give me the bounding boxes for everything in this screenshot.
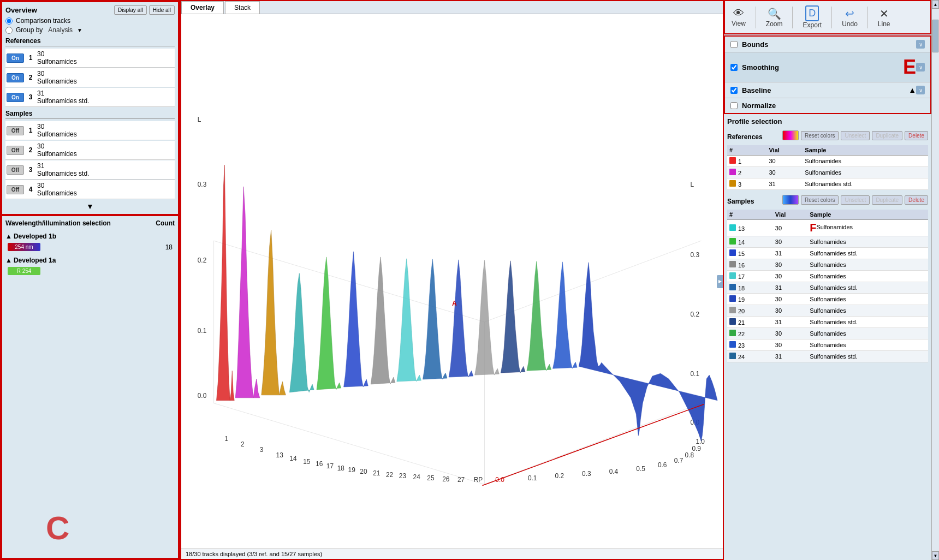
table-row[interactable]: 3 31 Sulfonamides std. [727, 178, 928, 190]
zoom-icon: 🔍 [768, 7, 781, 20]
table-row[interactable]: 18 31 Sulfonamides std. [727, 282, 928, 294]
export-button[interactable]: D Export [799, 4, 825, 30]
table-row: Off 4 30Sulfonamides [5, 180, 175, 199]
sample-toggle-4[interactable]: Off [7, 185, 24, 194]
references-list: On 1 30Sulfonamides On 2 30Sulfonamides … [5, 49, 175, 108]
svg-text:L: L [198, 116, 201, 123]
table-row[interactable]: 24 31 Sulfonamides std. [727, 351, 928, 362]
ref-toggle-3[interactable]: On [7, 93, 24, 102]
references-table: # Vial Sample 1 30 Sulfonamides 2 30 Sul… [727, 145, 928, 190]
toolbar-divider-1 [756, 7, 756, 28]
scroll-down-btn[interactable]: ▼ [932, 551, 939, 560]
svg-text:0.3: 0.3 [198, 181, 207, 188]
sample-delete-btn[interactable]: Delete [905, 195, 928, 205]
sample-reset-colors-btn[interactable]: Reset colors [801, 195, 839, 205]
svg-text:0.2: 0.2 [690, 311, 699, 318]
zoom-button[interactable]: 🔍 Zoom [763, 6, 786, 29]
baseline-label: Baseline [742, 86, 906, 94]
sample-unselect-btn[interactable]: Unselect [841, 195, 870, 205]
group-by-radio[interactable]: Group by Analysis ▼ [5, 26, 175, 34]
collapse-icon-1a[interactable]: ▲ [5, 257, 12, 264]
table-row: Off 1 30Sulfonamides [5, 121, 175, 140]
ref-unselect-btn[interactable]: Unselect [841, 131, 870, 140]
sample-toggle-3[interactable]: Off [7, 165, 24, 175]
table-row[interactable]: 17 30 Sulfonamides [727, 271, 928, 282]
table-row[interactable]: 23 30 Sulfonamides [727, 339, 928, 351]
group-by-dropdown-icon[interactable]: ▼ [77, 27, 82, 33]
svg-text:15: 15 [303, 458, 311, 466]
table-row[interactable]: 19 30 Sulfonamides [727, 294, 928, 305]
svg-text:0.5: 0.5 [636, 465, 645, 473]
svg-text:RP: RP [474, 476, 483, 484]
svg-text:23: 23 [399, 472, 407, 480]
chart-collapse-btn[interactable]: ▶ [717, 275, 723, 288]
normalize-checkbox[interactable] [730, 102, 738, 109]
wavelength-badge-254nm: 254 nm [8, 243, 40, 251]
scroll-track [932, 9, 939, 551]
toolbar-divider-2 [792, 7, 793, 28]
collapse-icon[interactable]: ▲ [5, 233, 12, 240]
hide-all-button[interactable]: Hide all [149, 5, 175, 15]
list-item: R 254 [5, 266, 175, 276]
toolbar: 👁 View 🔍 Zoom D Export ↩ Undo ✕ Line [724, 0, 931, 34]
table-row[interactable]: 16 30 Sulfonamides [727, 259, 928, 271]
view-button[interactable]: 👁 View [728, 6, 749, 28]
ref-duplicate-btn[interactable]: Duplicate [872, 131, 902, 140]
baseline-collapse-btn[interactable]: ∨ [916, 86, 925, 94]
wl-count-254nm: 18 [165, 243, 173, 251]
scroll-up-btn[interactable]: ▲ [932, 0, 939, 9]
ref-reset-colors-btn[interactable]: Reset colors [801, 131, 839, 140]
label-a: A [452, 300, 457, 307]
svg-text:0.1: 0.1 [198, 327, 207, 335]
baseline-checkbox[interactable] [730, 87, 738, 94]
view-icon: 👁 [733, 7, 744, 20]
table-row[interactable]: 15 31 Sulfonamides std. [727, 248, 928, 259]
svg-text:1: 1 [224, 435, 228, 443]
bounds-checkbox[interactable] [730, 41, 738, 48]
svg-text:0.0: 0.0 [198, 392, 207, 400]
table-row[interactable]: 13 30 FSulfonamides [727, 220, 928, 236]
tab-overlay[interactable]: Overlay [181, 1, 224, 14]
table-row[interactable]: 14 30 Sulfonamides [727, 236, 928, 248]
svg-text:17: 17 [326, 462, 334, 470]
sample-duplicate-btn[interactable]: Duplicate [872, 195, 902, 205]
table-row[interactable]: 1 30 Sulfonamides [727, 156, 928, 167]
table-row[interactable]: 2 30 Sulfonamides [727, 167, 928, 178]
col-hash-ref: # [727, 145, 766, 156]
smoothing-collapse-btn[interactable]: ∨ [916, 63, 925, 72]
svg-text:22: 22 [386, 471, 394, 479]
svg-text:26: 26 [442, 475, 450, 483]
tab-stack[interactable]: Stack [225, 1, 260, 14]
sample-toggle-2[interactable]: Off [7, 146, 24, 155]
ref-delete-btn[interactable]: Delete [905, 131, 928, 140]
display-all-button[interactable]: Display all [114, 5, 147, 15]
profile-samples-label: Samples [727, 198, 754, 205]
table-row: Off 2 30Sulfonamides [5, 141, 175, 160]
svg-text:0.1: 0.1 [690, 370, 699, 378]
smoothing-checkbox[interactable] [730, 64, 738, 71]
line-button[interactable]: ✕ Line [875, 6, 894, 29]
samples-section-label: Samples [5, 110, 175, 119]
wl-group-developed-1b: ▲ Developed 1b 254 nm 18 [5, 233, 175, 252]
svg-rect-0 [181, 79, 723, 485]
table-row: On 3 31Sulfonamides std. [5, 88, 175, 107]
line-icon: ✕ [879, 7, 889, 20]
profile-selection: Profile selection References Reset color… [724, 114, 931, 560]
chart-svg: L 0.3 0.2 0.1 0.0 L 0.3 0.2 0.1 0.0 1 2 … [181, 14, 723, 549]
svg-text:0.0: 0.0 [495, 476, 504, 484]
sample-toggle-1[interactable]: Off [7, 126, 24, 135]
table-row[interactable]: 21 31 Sulfonamides std. [727, 317, 928, 328]
bounds-collapse-btn[interactable]: ∨ [916, 40, 925, 49]
table-row: On 2 30Sulfonamides [5, 68, 175, 87]
table-row[interactable]: 22 30 Sulfonamides [727, 328, 928, 339]
comparison-tracks-radio[interactable]: Comparison tracks [5, 17, 175, 25]
smoothing-row: Smoothing E ∨ [725, 52, 930, 82]
svg-text:27: 27 [457, 476, 465, 484]
ref-toggle-1[interactable]: On [7, 53, 24, 63]
normalize-row: Normalize [725, 98, 930, 113]
scroll-down-icon[interactable]: ▼ [86, 202, 94, 211]
undo-button[interactable]: ↩ Undo [839, 6, 861, 29]
scroll-thumb[interactable] [932, 20, 938, 52]
ref-toggle-2[interactable]: On [7, 73, 24, 82]
table-row[interactable]: 20 30 Sulfonamides [727, 305, 928, 317]
